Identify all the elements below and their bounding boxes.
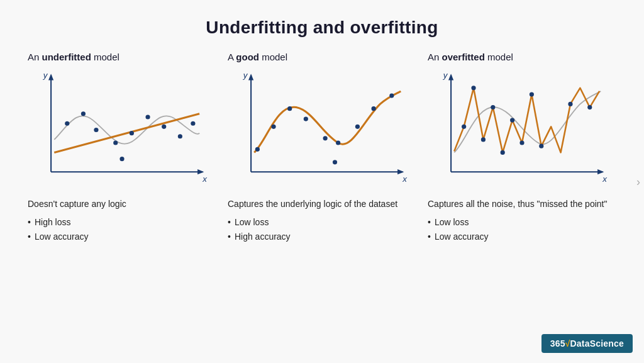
page-title: Underfitting and overfitting [206,18,438,38]
chevron-right-icon[interactable]: › [636,175,640,188]
column-good: A good model y x [228,52,416,350]
svg-text:y: y [43,70,48,80]
svg-marker-19 [248,74,253,80]
bullets-overfit: Low loss Low accuracy [428,215,489,243]
description-good: Captures the underlying logic of the dat… [228,198,397,210]
svg-text:x: x [602,174,608,184]
svg-point-27 [323,136,328,140]
svg-text:y: y [243,70,248,80]
columns-container: An underfitted model y x [19,52,625,350]
bullet-overfit-1: Low accuracy [428,230,489,243]
page: Underfitting and overfitting An underfit… [0,0,644,363]
chart-underfit: y x [28,69,216,191]
bullet-overfit-0: Low loss [428,215,489,229]
column-overfit: An overfitted model y x [428,52,616,350]
brand-badge: 365√DataScience [541,334,633,353]
svg-point-11 [130,131,134,135]
svg-point-24 [271,125,275,129]
svg-line-6 [54,114,199,153]
svg-marker-35 [448,74,453,80]
column-underfit: An underfitted model y x [28,52,216,350]
svg-point-40 [471,86,475,90]
chart-overfit: y x [428,69,616,191]
svg-point-7 [65,121,69,126]
bullets-underfit: High loss Low accuracy [28,215,89,243]
svg-point-29 [355,125,360,129]
brand-text-accent: √ [565,338,570,349]
svg-point-42 [491,105,495,109]
svg-point-26 [304,116,308,121]
chart-good: y x [228,69,416,191]
svg-point-31 [389,94,394,98]
bullet-good-0: Low loss [228,215,291,229]
svg-text:y: y [443,70,448,80]
svg-point-10 [113,140,118,145]
svg-point-30 [372,106,376,111]
bullet-good-1: High accuracy [228,230,291,243]
svg-marker-2 [48,74,53,80]
svg-text:x: x [202,174,208,184]
svg-point-8 [81,111,86,116]
svg-point-9 [94,128,98,132]
bullet-underfit-0: High loss [28,215,89,229]
svg-point-32 [333,160,337,164]
svg-point-41 [481,137,486,142]
bullet-underfit-1: Low accuracy [28,230,89,243]
svg-point-12 [145,114,150,119]
col-title-underfit: An underfitted model [28,52,119,62]
bullets-good: Low loss High accuracy [228,215,291,243]
svg-point-49 [587,105,592,109]
brand-text-rest: DataScience [570,338,624,349]
col-title-good: A good model [228,52,287,62]
col-title-overfit: An overfitted model [428,52,513,62]
svg-point-46 [530,92,534,96]
svg-point-39 [462,125,466,129]
svg-point-23 [255,147,260,152]
svg-point-44 [510,118,514,123]
description-underfit: Doesn't capture any logic [28,198,126,210]
svg-point-43 [501,150,505,155]
svg-point-45 [519,140,524,145]
svg-point-28 [336,140,340,145]
svg-point-47 [539,144,543,148]
description-overfit: Captures all the noise, thus "missed the… [428,198,607,210]
svg-point-25 [287,106,292,111]
svg-point-48 [568,102,572,106]
svg-point-13 [162,125,166,129]
svg-point-15 [191,121,195,126]
svg-point-14 [178,134,182,138]
svg-point-16 [119,157,124,161]
brand-text-plain: 365 [550,338,565,349]
svg-text:x: x [402,174,408,184]
